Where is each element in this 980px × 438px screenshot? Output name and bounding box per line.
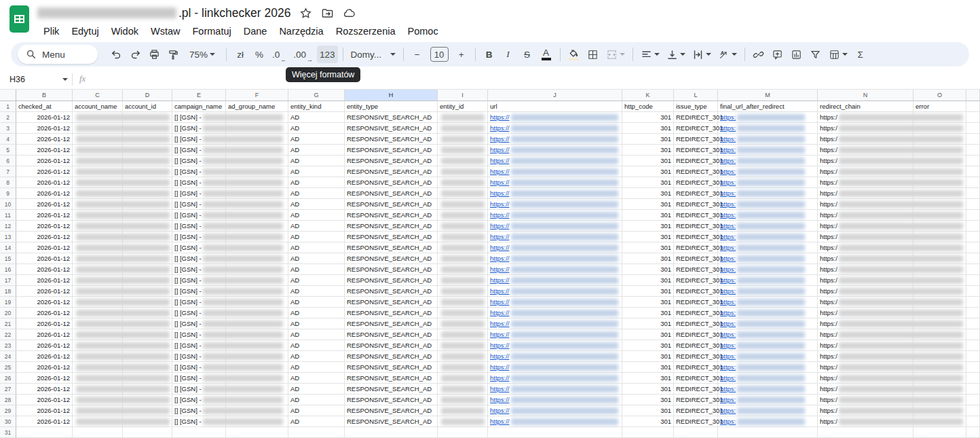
cell-E15[interactable]: [] [GSN] - xyxy=(172,253,226,264)
cell-I30[interactable] xyxy=(438,416,488,427)
more-formats-button[interactable]: 123 xyxy=(317,45,338,63)
url-link[interactable]: https: xyxy=(720,255,736,262)
cell-N29[interactable]: https:/ xyxy=(818,405,913,416)
cell-N8[interactable]: https:/ xyxy=(818,177,913,188)
cell-N18[interactable]: https:/ xyxy=(818,286,913,297)
cell-N1[interactable]: redirect_chain xyxy=(818,101,913,112)
cell-P1[interactable] xyxy=(966,101,980,112)
cell-L12[interactable]: REDIRECT_301 xyxy=(674,221,718,232)
menu-wstaw[interactable]: Wstaw xyxy=(145,24,187,38)
cell-L26[interactable]: REDIRECT_301 xyxy=(674,373,718,384)
cell-L11[interactable]: REDIRECT_301 xyxy=(674,210,718,221)
cell-E29[interactable]: [] [GSN] - xyxy=(172,405,226,416)
cell-M28[interactable]: https: xyxy=(718,395,818,405)
url-link[interactable]: https:// xyxy=(490,309,510,316)
url-link[interactable]: https: xyxy=(720,418,736,425)
decrease-font-size-button[interactable]: − xyxy=(409,45,426,63)
cell-C5[interactable] xyxy=(73,145,123,156)
menu-edytuj[interactable]: Edytuj xyxy=(65,24,105,38)
cell-M25[interactable]: https: xyxy=(718,362,818,373)
cell-H17[interactable]: RESPONSIVE_SEARCH_AD xyxy=(345,275,438,286)
cell-N26[interactable]: https:/ xyxy=(818,373,913,384)
cell-B6[interactable]: 2026-01-12 xyxy=(16,156,73,166)
column-header-E[interactable]: E xyxy=(172,90,226,101)
insert-comment-button[interactable] xyxy=(769,45,787,63)
horizontal-align-button[interactable] xyxy=(638,45,662,63)
cell-K13[interactable]: 301 xyxy=(622,232,674,242)
row-header-10[interactable]: 10 xyxy=(0,199,16,210)
menu-widok[interactable]: Widok xyxy=(105,24,145,38)
cell-M9[interactable]: https: xyxy=(718,188,818,199)
cell-G1[interactable]: entity_kind xyxy=(288,101,345,112)
text-color-button[interactable]: A xyxy=(538,45,555,63)
cell-B10[interactable]: 2026-01-12 xyxy=(16,199,73,210)
cell-B31[interactable] xyxy=(16,427,73,438)
cell-E7[interactable]: [] [GSN] - xyxy=(172,166,226,177)
cell-J5[interactable]: https:// xyxy=(488,145,622,156)
cell-N11[interactable]: https:/ xyxy=(818,210,913,221)
row-header-21[interactable]: 21 xyxy=(0,318,16,329)
cell-F31[interactable] xyxy=(226,427,288,438)
cell-C11[interactable] xyxy=(73,210,123,221)
cell-N12[interactable]: https:/ xyxy=(818,221,913,232)
cell-J21[interactable]: https:// xyxy=(488,318,622,329)
row-header-31[interactable]: 31 xyxy=(0,427,16,438)
cell-B25[interactable]: 2026-01-12 xyxy=(16,362,73,373)
cell-J12[interactable]: https:// xyxy=(488,221,622,232)
cell-K17[interactable]: 301 xyxy=(622,275,674,286)
cell-H15[interactable]: RESPONSIVE_SEARCH_AD xyxy=(345,253,438,264)
cell-I25[interactable] xyxy=(438,362,488,373)
star-icon[interactable] xyxy=(299,7,312,20)
cell-P10[interactable] xyxy=(966,199,980,210)
cell-K5[interactable]: 301 xyxy=(622,145,674,156)
url-link[interactable]: https: xyxy=(720,276,736,284)
cell-L24[interactable]: REDIRECT_301 xyxy=(674,351,718,362)
cell-M17[interactable]: https: xyxy=(718,275,818,286)
column-header-B[interactable]: B xyxy=(16,90,73,101)
cell-G3[interactable]: AD xyxy=(288,123,345,134)
cell-I24[interactable] xyxy=(438,351,488,362)
row-header-7[interactable]: 7 xyxy=(0,166,16,177)
cell-L13[interactable]: REDIRECT_301 xyxy=(674,232,718,242)
url-link[interactable]: https: xyxy=(720,135,736,143)
cell-G22[interactable]: AD xyxy=(288,329,345,340)
row-header-8[interactable]: 8 xyxy=(0,177,16,188)
cell-L4[interactable]: REDIRECT_301 xyxy=(674,134,718,145)
cell-P14[interactable] xyxy=(966,242,980,253)
cell-C4[interactable] xyxy=(73,134,123,145)
cell-J9[interactable]: https:// xyxy=(488,188,622,199)
cell-P20[interactable] xyxy=(966,308,980,318)
cell-P11[interactable] xyxy=(966,210,980,221)
increase-font-size-button[interactable]: + xyxy=(453,45,470,63)
cell-H7[interactable]: RESPONSIVE_SEARCH_AD xyxy=(345,166,438,177)
row-header-19[interactable]: 19 xyxy=(0,297,16,308)
cell-F1[interactable]: ad_group_name xyxy=(226,101,288,112)
cell-K27[interactable]: 301 xyxy=(622,384,674,395)
cell-B8[interactable]: 2026-01-12 xyxy=(16,177,73,188)
cell-K22[interactable]: 301 xyxy=(622,329,674,340)
cell-M14[interactable]: https: xyxy=(718,242,818,253)
cell-P30[interactable] xyxy=(966,416,980,427)
cell-C13[interactable] xyxy=(73,232,123,242)
cell-L22[interactable]: REDIRECT_301 xyxy=(674,329,718,340)
insert-link-button[interactable] xyxy=(750,45,768,63)
cell-E11[interactable]: [] [GSN] - xyxy=(172,210,226,221)
cell-H29[interactable]: RESPONSIVE_SEARCH_AD xyxy=(345,405,438,416)
url-link[interactable]: https:// xyxy=(490,244,510,251)
cell-J3[interactable]: https:// xyxy=(488,123,622,134)
cell-N9[interactable]: https:/ xyxy=(818,188,913,199)
cell-P13[interactable] xyxy=(966,232,980,242)
cell-L5[interactable]: REDIRECT_301 xyxy=(674,145,718,156)
cell-G2[interactable]: AD xyxy=(288,112,345,123)
menu-dane[interactable]: Dane xyxy=(238,24,274,38)
cell-G4[interactable]: AD xyxy=(288,134,345,145)
name-box[interactable]: H36 xyxy=(10,75,68,84)
url-link[interactable]: https:// xyxy=(490,168,510,175)
column-header-D[interactable]: D xyxy=(123,90,172,101)
cell-N31[interactable] xyxy=(818,427,913,438)
cell-G15[interactable]: AD xyxy=(288,253,345,264)
cell-M24[interactable]: https: xyxy=(718,351,818,362)
column-header-N[interactable]: N xyxy=(818,90,913,101)
url-link[interactable]: https:// xyxy=(490,342,510,349)
cell-M21[interactable]: https: xyxy=(718,318,818,329)
